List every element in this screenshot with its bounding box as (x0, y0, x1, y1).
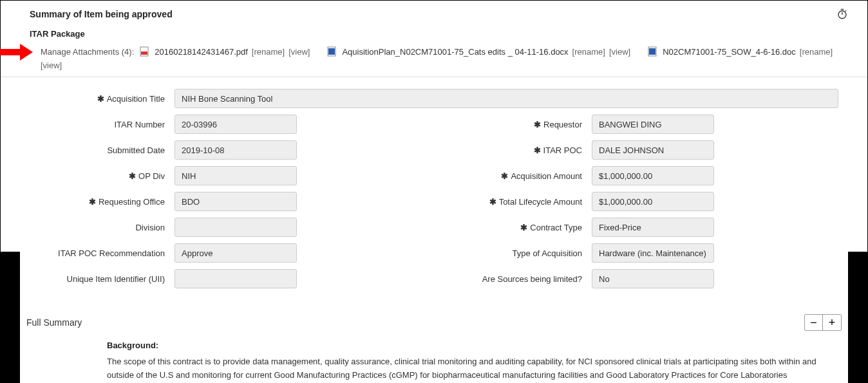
division-field[interactable] (175, 218, 297, 237)
contract-type-label: ✱Contract Type (447, 223, 592, 232)
uii-field[interactable] (175, 269, 297, 288)
requesting-office-label: ✱Requesting Office (30, 197, 175, 207)
svg-rect-9 (328, 48, 335, 55)
sources-limited-label: Are Sources being limited? (447, 274, 592, 284)
attachment-filename[interactable]: AquisitionPlan_N02CM71001-75_Cats edits … (342, 47, 568, 57)
rename-link[interactable]: [rename] (252, 47, 285, 57)
requestor-field[interactable] (592, 115, 714, 134)
callout-arrow-icon (0, 44, 33, 61)
svg-rect-11 (649, 48, 656, 55)
rename-link[interactable]: [rename] (800, 47, 833, 57)
background-text: The scope of this contract is to provide… (107, 355, 829, 383)
view-link[interactable]: [view] (609, 47, 630, 57)
full-summary-title: Full Summary (26, 317, 82, 328)
op-div-label: ✱OP Div (30, 171, 175, 181)
requestor-label: ✱Requestor (447, 120, 592, 129)
expand-button[interactable]: + (823, 315, 841, 330)
view-link[interactable]: [view] (288, 47, 310, 57)
acquisition-title-label: ✱Acquisition Title (30, 94, 175, 104)
acquisition-amount-field[interactable] (592, 166, 714, 185)
division-label: Division (30, 223, 175, 232)
lifecycle-amount-field[interactable] (592, 192, 714, 211)
attachment-filename[interactable]: 20160218142431467.pdf (155, 47, 248, 57)
sources-limited-field[interactable] (592, 269, 714, 288)
lifecycle-amount-label: ✱Total Lifecycle Amount (447, 197, 592, 207)
itar-number-field[interactable] (175, 115, 297, 134)
pdf-icon (139, 46, 149, 57)
attachments-row: Manage Attachments (4): 2016021814243146… (41, 46, 848, 70)
timer-icon[interactable] (836, 8, 848, 20)
submitted-date-label: Submitted Date (30, 145, 175, 155)
itar-poc-rec-field[interactable] (175, 243, 297, 263)
manage-attachments-label[interactable]: Manage Attachments (4): (41, 47, 134, 57)
background-heading: Background: (107, 341, 829, 350)
rename-link[interactable]: [rename] (572, 47, 605, 57)
acquisition-type-field[interactable] (592, 243, 714, 263)
package-title: ITAR Package (30, 29, 848, 39)
page-title: Summary of Item being approved (30, 9, 173, 19)
svg-rect-4 (0, 49, 20, 55)
acquisition-type-label: Type of Acquisition (447, 248, 592, 258)
contract-type-field[interactable] (592, 218, 714, 237)
doc-icon (326, 46, 337, 57)
collapse-button[interactable]: − (805, 315, 823, 330)
view-link[interactable]: [view] (41, 61, 62, 70)
doc-icon (647, 46, 657, 57)
uii-label: Unique Item Identifier (UII) (30, 274, 175, 284)
itar-number-label: ITAR Number (30, 120, 175, 129)
attachment-filename[interactable]: N02CM71001-75_SOW_4-6-16.doc (663, 47, 796, 57)
acquisition-title-field[interactable] (175, 89, 838, 108)
svg-rect-7 (141, 51, 147, 55)
itar-poc-field[interactable] (592, 140, 714, 160)
requesting-office-field[interactable] (175, 192, 297, 211)
itar-poc-label: ✱ITAR POC (447, 145, 592, 155)
op-div-field[interactable] (175, 166, 297, 185)
svg-line-3 (845, 10, 846, 11)
svg-marker-5 (20, 44, 33, 61)
itar-poc-rec-label: ITAR POC Recommendation (30, 248, 175, 258)
acquisition-amount-label: ✱Acquisition Amount (447, 171, 592, 181)
submitted-date-field[interactable] (175, 140, 297, 160)
